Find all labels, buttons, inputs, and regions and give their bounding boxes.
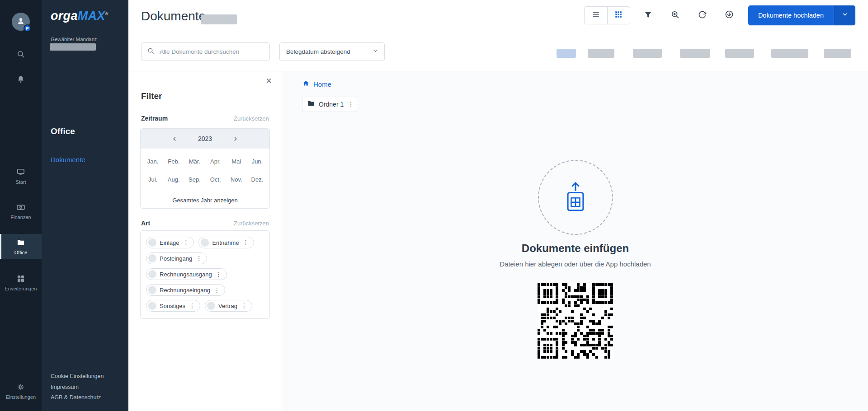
more-vertical-icon[interactable]: ⋮ xyxy=(215,271,222,278)
chip-row: Rechnungsausgang ⋮ xyxy=(146,268,264,280)
month-cell[interactable]: Dez. xyxy=(247,170,268,188)
filter-chip-rechnungseingang[interactable]: Rechnungseingang ⋮ xyxy=(146,284,225,296)
refresh-icon xyxy=(698,10,707,21)
extensions-grid-icon xyxy=(0,274,42,283)
zeitraum-reset-link[interactable]: Zurücksetzen xyxy=(234,115,269,122)
chip-toggle[interactable] xyxy=(201,238,209,247)
month-cell[interactable]: Sep. xyxy=(184,170,205,188)
sidebar-search-button[interactable] xyxy=(0,47,42,63)
chip-label: Rechnungsausgang xyxy=(160,271,212,278)
chip-toggle[interactable] xyxy=(148,254,156,262)
documents-search-box xyxy=(141,42,270,61)
chip-label: Vertrag xyxy=(218,303,237,309)
chip-label: Entnahme xyxy=(212,239,239,246)
art-chips-box: Einlage ⋮ Entnahme ⋮ Posteingang ⋮ xyxy=(140,230,270,319)
chevron-left-icon[interactable] xyxy=(171,135,178,142)
sidebar-item-einstellungen[interactable]: Einstellungen xyxy=(0,378,42,403)
month-cell[interactable]: Mai xyxy=(226,152,247,170)
chip-toggle[interactable] xyxy=(148,238,156,247)
filter-chip-rechnungsausgang[interactable]: Rechnungsausgang ⋮ xyxy=(146,268,227,280)
search-icon xyxy=(16,50,25,61)
filter-chip-entnahme[interactable]: Entnahme ⋮ xyxy=(198,237,254,248)
sidebar-item-label: Start xyxy=(0,179,42,185)
filter-chip-vertrag[interactable]: Vertrag ⋮ xyxy=(205,300,252,312)
sort-dropdown[interactable]: Belegdatum absteigend xyxy=(279,42,385,61)
chip-row: Sonstiges ⋮ Vertrag ⋮ xyxy=(146,300,264,312)
month-cell[interactable]: Aug. xyxy=(163,170,184,188)
footer-link-cookies[interactable]: Cookie Einstellungen xyxy=(51,373,104,379)
documents-search-input[interactable] xyxy=(160,48,269,55)
filter-chip-einlage[interactable]: Einlage ⋮ xyxy=(146,237,194,248)
more-vertical-icon[interactable]: ⋮ xyxy=(195,255,203,262)
more-vertical-icon[interactable]: ⋮ xyxy=(241,302,248,309)
show-whole-year-button[interactable]: Gesamtes Jahr anzeigen xyxy=(141,192,269,208)
page-title: Dokumente xyxy=(141,9,206,23)
mandant-label: Gewählter Mandant: xyxy=(51,37,98,42)
primary-sidebar: P Start Finanzen Office Erweiterungen xyxy=(0,0,42,411)
year-value: 2023 xyxy=(198,135,212,142)
filter-chip-posteingang[interactable]: Posteingang ⋮ xyxy=(146,252,207,264)
gear-icon xyxy=(0,383,42,392)
list-view-button[interactable] xyxy=(585,7,607,24)
upload-options-button[interactable] xyxy=(834,5,855,25)
month-cell[interactable]: Nov. xyxy=(226,170,247,188)
zeitraum-section-header: Zeitraum Zurücksetzen xyxy=(141,115,269,122)
footer-link-impressum[interactable]: Impressum xyxy=(51,384,79,390)
art-reset-link[interactable]: Zurücksetzen xyxy=(234,220,269,227)
dropzone[interactable]: Dokumente einfügen Dateien hier ablegen … xyxy=(283,71,868,359)
sidebar-item-label: Finanzen xyxy=(0,215,42,220)
refresh-button[interactable] xyxy=(693,6,711,24)
filter-chip-sonstiges[interactable]: Sonstiges ⋮ xyxy=(146,300,200,312)
redacted-tab xyxy=(557,49,576,58)
chip-toggle[interactable] xyxy=(207,302,215,310)
zeitraum-label: Zeitraum xyxy=(141,115,168,122)
sidebar-item-office[interactable]: Office xyxy=(0,234,42,259)
chip-label: Rechnungseingang xyxy=(160,287,210,294)
sidebar-item-label: Erweiterungen xyxy=(0,286,42,291)
avatar-badge: P xyxy=(24,24,31,32)
close-icon[interactable]: × xyxy=(266,76,272,86)
sidebar-notifications-button[interactable] xyxy=(0,72,42,89)
chevron-down-icon xyxy=(372,47,379,56)
sidebar-item-label: Einstellungen xyxy=(0,394,42,400)
grid-view-button[interactable] xyxy=(607,7,630,24)
zoom-search-button[interactable] xyxy=(666,6,684,24)
monitor-icon xyxy=(0,168,42,177)
chip-toggle[interactable] xyxy=(148,302,156,310)
month-cell[interactable]: Jan. xyxy=(142,152,163,170)
filter-panel-title: Filter xyxy=(141,91,162,101)
month-cell[interactable]: Apr. xyxy=(205,152,226,170)
footer-link-agb[interactable]: AGB & Datenschutz xyxy=(51,394,101,401)
user-avatar[interactable]: P xyxy=(12,13,30,31)
chevron-right-icon[interactable] xyxy=(232,135,239,142)
sidebar-item-start[interactable]: Start xyxy=(0,163,42,188)
month-cell[interactable]: Oct. xyxy=(205,170,226,188)
main-area: Dokumente xyxy=(128,0,868,411)
chip-toggle[interactable] xyxy=(148,270,156,278)
sidebar-item-erweiterungen[interactable]: Erweiterungen xyxy=(0,270,42,295)
folder-icon xyxy=(0,238,42,247)
download-button[interactable] xyxy=(720,6,738,24)
filter-button[interactable] xyxy=(639,6,657,24)
month-cell[interactable]: Jun. xyxy=(247,152,268,170)
redacted-tab xyxy=(680,49,710,58)
chip-label: Einlage xyxy=(160,239,179,246)
sidebar-link-dokumente[interactable]: Dokumente xyxy=(51,156,85,163)
more-vertical-icon[interactable]: ⋮ xyxy=(182,239,189,246)
qr-code xyxy=(538,283,613,359)
chip-toggle[interactable] xyxy=(148,286,156,294)
sidebar-item-finanzen[interactable]: Finanzen xyxy=(0,199,42,224)
month-cell[interactable]: Jul. xyxy=(142,170,163,188)
upload-documents-button[interactable]: Dokumente hochladen xyxy=(748,5,834,25)
sidebar-item-label: Office xyxy=(0,250,42,255)
more-vertical-icon[interactable]: ⋮ xyxy=(213,286,221,294)
more-vertical-icon[interactable]: ⋮ xyxy=(242,239,250,246)
secondary-sidebar: orgaMAX® Gewählter Mandant: Office Dokum… xyxy=(42,0,128,411)
chip-row: Posteingang ⋮ xyxy=(146,252,264,264)
month-cell[interactable]: Feb. xyxy=(163,152,184,170)
dropzone-circle[interactable] xyxy=(538,160,613,235)
page-header: Dokumente xyxy=(128,0,868,71)
more-vertical-icon[interactable]: ⋮ xyxy=(189,302,196,309)
month-cell[interactable]: Mär. xyxy=(184,152,205,170)
download-icon xyxy=(725,10,734,21)
